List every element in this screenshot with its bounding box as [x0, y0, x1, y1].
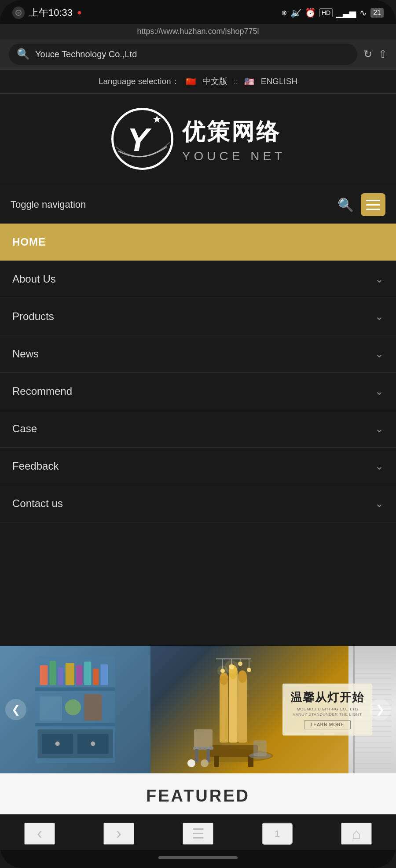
alarm-icon: ⏰ — [305, 7, 316, 18]
menu-item-products[interactable]: Products ⌄ — [0, 298, 396, 335]
svg-point-35 — [238, 670, 247, 683]
svg-rect-16 — [40, 696, 62, 721]
svg-point-23 — [91, 742, 95, 746]
chevron-down-icon: ⌄ — [375, 310, 384, 323]
feedback-label: Feedback — [12, 460, 59, 472]
svg-rect-15 — [100, 664, 108, 685]
menu-item-recommend[interactable]: Recommend ⌄ — [0, 373, 396, 410]
menu-item-news[interactable]: News ⌄ — [0, 335, 396, 373]
svg-rect-29 — [253, 740, 267, 756]
browser-home-button[interactable]: ⌂ — [341, 823, 372, 845]
slider-dot-1[interactable] — [187, 759, 195, 767]
forward-icon: › — [116, 824, 121, 843]
svg-rect-8 — [40, 665, 48, 685]
address-bar[interactable]: 🔍 Youce Technology Co.,Ltd — [9, 44, 357, 65]
hd-badge: HD — [319, 8, 333, 17]
home-menu-label: HOME — [12, 236, 46, 248]
slider-prev-button[interactable]: ❮ — [5, 699, 26, 720]
chinese-lang-option[interactable]: 中文版 — [202, 76, 227, 87]
nav-search-icon[interactable]: 🔍 — [337, 197, 354, 213]
logo-english-text: YOUCE NET — [182, 149, 286, 163]
search-icon: 🔍 — [17, 48, 30, 60]
recommend-label: Recommend — [12, 385, 72, 397]
battery-icon: 21 — [370, 8, 384, 18]
phone-frame: 上午10:33 ● ⎈ 🔈̸ ⏰ HD ▁▃▅ ∿ 21 https://www… — [0, 0, 396, 868]
svg-rect-32 — [238, 677, 247, 743]
menu-item-case[interactable]: Case ⌄ — [0, 410, 396, 448]
refresh-icon[interactable]: ↻ — [363, 48, 372, 60]
svg-rect-47 — [194, 729, 213, 748]
chinese-lang-text: 中文版 — [202, 76, 227, 87]
menu-item-about-us[interactable]: About Us ⌄ — [0, 261, 396, 298]
chevron-down-icon: ⌄ — [375, 348, 384, 360]
logo-area: Y ★ 优策网络 YOUCE NET — [0, 94, 396, 186]
hero-slider: 温馨从灯开始 MOUMOU LIGHTING CO., LTD VANUY ST… — [0, 646, 396, 773]
svg-rect-7 — [35, 723, 115, 726]
chinese-flag: 🇨🇳 — [186, 77, 196, 87]
svg-point-46 — [225, 660, 238, 673]
menu-line-1 — [366, 200, 380, 201]
english-lang-text: ENGLISH — [261, 77, 297, 86]
share-icon[interactable]: ⇧ — [378, 48, 387, 60]
svg-rect-9 — [50, 661, 56, 685]
home-indicator — [0, 850, 396, 868]
home-icon: ⌂ — [352, 825, 361, 842]
bluetooth-icon: ⎈ — [282, 7, 287, 18]
logo-container: Y ★ 优策网络 YOUCE NET — [110, 107, 286, 173]
hamburger-menu-button[interactable] — [361, 193, 385, 216]
hero-text-area: 温馨从灯开始 MOUMOU LIGHTING CO., LTD VANUY ST… — [282, 684, 372, 736]
bottom-browser-nav: ‹ › ☰ 1 ⌂ — [0, 814, 396, 850]
toggle-nav-text: Toggle navigation — [11, 199, 86, 210]
tabs-count: 1 — [275, 829, 279, 839]
chevron-down-icon: ⌄ — [375, 460, 384, 472]
slider-dot-2[interactable] — [201, 759, 209, 767]
svg-point-17 — [65, 699, 81, 715]
contact-us-label: Contact us — [12, 497, 63, 510]
signal-icon: ▁▃▅ — [336, 7, 356, 18]
svg-rect-26 — [214, 756, 219, 767]
browser-menu-button[interactable]: ☰ — [183, 823, 213, 845]
lang-separator: :: — [234, 77, 238, 86]
hero-main-text: 温馨从灯开始 — [290, 690, 364, 705]
svg-rect-13 — [84, 662, 91, 685]
svg-rect-14 — [93, 669, 99, 685]
status-time: 上午10:33 — [29, 6, 73, 19]
url-hint-bar: https://www.huzhan.com/ishop775l — [0, 24, 396, 39]
slider-dots — [187, 759, 209, 767]
english-lang-option[interactable]: ENGLISH — [261, 77, 297, 86]
case-label: Case — [12, 423, 37, 435]
home-indicator-bar — [158, 856, 238, 859]
svg-text:Y: Y — [127, 121, 152, 158]
url-text: https://www.huzhan.com/ishop775l — [137, 27, 259, 36]
browser-tabs-button[interactable]: 1 — [262, 823, 293, 845]
featured-title: FEATURED — [146, 787, 250, 805]
products-label: Products — [12, 310, 54, 323]
status-bar-left: 上午10:33 ● — [12, 6, 82, 19]
svg-point-44 — [247, 668, 251, 672]
logo-text-block: 优策网络 YOUCE NET — [182, 117, 286, 163]
slider-next-button[interactable]: ❯ — [370, 699, 391, 720]
language-bar: Language selection： 🇨🇳 中文版 :: 🇺🇸 ENGLISH — [0, 70, 396, 94]
svg-rect-10 — [58, 667, 63, 685]
featured-section: FEATURED — [0, 773, 396, 814]
news-label: News — [12, 348, 39, 360]
menu-list: HOME About Us ⌄ Products ⌄ News ⌄ Recomm… — [0, 224, 396, 646]
menu-item-contact-us[interactable]: Contact us ⌄ — [0, 485, 396, 522]
menu-line-2 — [366, 204, 380, 206]
volume-icon: 🔈̸ — [290, 7, 301, 18]
language-label: Language selection： — [99, 76, 180, 87]
menu-item-home[interactable]: HOME — [0, 224, 396, 261]
menu-item-feedback[interactable]: Feedback ⌄ — [0, 448, 396, 485]
hero-subtitle2: VANUY STANDUNDER THE LIGHT — [290, 712, 364, 717]
svg-text:★: ★ — [152, 113, 162, 125]
svg-point-22 — [55, 742, 60, 746]
svg-rect-11 — [66, 663, 74, 685]
address-text: Youce Technology Co.,Ltd — [35, 49, 349, 59]
learn-more-button[interactable]: LEARN MORE — [304, 720, 351, 729]
svg-rect-6 — [35, 688, 115, 691]
status-bar: 上午10:33 ● ⎈ 🔈̸ ⏰ HD ▁▃▅ ∿ 21 — [0, 0, 396, 24]
status-bar-right: ⎈ 🔈̸ ⏰ HD ▁▃▅ ∿ 21 — [282, 7, 384, 18]
browser-forward-button[interactable]: › — [103, 823, 134, 845]
browser-back-button[interactable]: ‹ — [24, 823, 55, 845]
logo-chinese-text: 优策网络 — [182, 117, 286, 147]
